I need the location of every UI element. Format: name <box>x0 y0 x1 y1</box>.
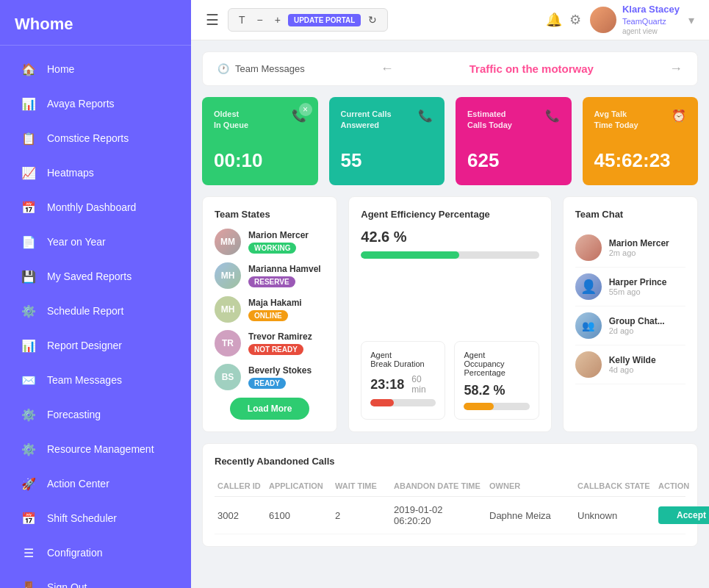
stat-card-current-calls-answered: Current Calls Answered 📞 55 <box>329 97 445 185</box>
sidebar-icon-team-messages: ✉️ <box>21 372 37 388</box>
sidebar-item-heatmaps[interactable]: 📈 Heatmaps <box>6 156 185 190</box>
chat-avatar: 👥 <box>575 312 602 339</box>
clock-icon: 🕐 <box>217 63 229 74</box>
sidebar-label-year-on-year: Year on Year <box>47 236 106 248</box>
sidebar-label-action-center: Action Center <box>47 478 109 490</box>
sidebar-item-monthly-dashboard[interactable]: 📅 Monthly Dashboard <box>6 190 185 224</box>
sidebar: Whome 🏠 Home 📊 Avaya Reports 📋 Comstice … <box>0 0 191 588</box>
marquee-text: Traffic on the motorway <box>469 62 594 75</box>
agent-avatar: BS <box>215 364 241 390</box>
chat-time: 2d ago <box>609 326 685 335</box>
sidebar-item-home[interactable]: 🏠 Home <box>6 52 185 86</box>
agent-row: TR Trevor Ramirez NOT READY <box>215 330 325 356</box>
chat-item[interactable]: 👥 Group Chat... 2d ago <box>575 306 685 345</box>
abandoned-title: Recently Abandoned Calls <box>215 456 685 467</box>
header-user[interactable]: Klara Stacey TeamQuartz agent view ▾ <box>590 4 694 36</box>
sidebar-item-schedule-report[interactable]: ⚙️ Schedule Report <box>6 294 185 328</box>
team-messages-label: Team Messages <box>235 63 305 74</box>
sidebar-label-avaya-reports: Avaya Reports <box>47 98 115 110</box>
team-messages-bar: 🕐 Team Messages ← Traffic on the motorwa… <box>202 51 698 86</box>
sidebar-item-my-saved-reports[interactable]: 💾 My Saved Reports <box>6 259 185 293</box>
occupancy-card: Agent Occupancy Percentage 58.2 % <box>454 341 539 420</box>
agent-row: MH Maja Hakami ONLINE <box>215 296 325 323</box>
sidebar-item-report-designer[interactable]: 📊 Report Designer <box>6 329 185 362</box>
minus-tool-button[interactable]: − <box>253 12 267 28</box>
main-area: ☰ T − + UPDATE PORTAL ↻ 🔔 ⚙ Klara Stacey… <box>191 0 709 588</box>
refresh-button[interactable]: ↻ <box>364 12 381 28</box>
chat-avatar: 👤 <box>575 273 602 300</box>
sidebar-item-resource-management[interactable]: ⚙️ Resource Management <box>6 432 185 466</box>
update-portal-button[interactable]: UPDATE PORTAL <box>288 14 361 26</box>
team-states-card: Team States MM Marion Mercer WORKING MH … <box>202 196 337 432</box>
sidebar-icon-monthly-dashboard: 📅 <box>21 199 37 215</box>
nav-left-icon[interactable]: ← <box>381 61 394 76</box>
chat-item[interactable]: Kelly Wilde 4d ago <box>575 345 685 384</box>
agent-avatar: TR <box>215 330 241 356</box>
agent-avatar: MH <box>215 262 241 289</box>
agent-name: Beverly Stokes <box>248 365 325 376</box>
agent-status: RESERVE <box>248 276 295 287</box>
agent-name: Marianna Hamvel <box>248 264 325 274</box>
sidebar-label-my-saved-reports: My Saved Reports <box>47 270 132 282</box>
header-icons: 🔔 ⚙ <box>546 12 581 28</box>
sidebar-label-heatmaps: Heatmaps <box>47 167 94 179</box>
sidebar-item-action-center[interactable]: 🚀 Action Center <box>6 467 185 501</box>
sidebar-item-year-on-year[interactable]: 📄 Year on Year <box>6 225 185 259</box>
table-header-cell: Callback State <box>577 481 658 490</box>
table-header: Caller IDApplicationWait TimeAbandon Dat… <box>215 476 685 497</box>
stat-icon-estimated-calls-today: 📞 <box>545 109 560 123</box>
sidebar-label-home: Home <box>47 63 74 75</box>
sidebar-label-configuration: Configration <box>47 547 103 559</box>
chevron-down-icon[interactable]: ▾ <box>688 13 694 27</box>
table-header-cell: Abandon Date Time <box>394 481 489 490</box>
stat-value-current-calls-answered: 55 <box>341 149 433 172</box>
table-header-cell: Wait Time <box>335 481 394 490</box>
stat-value-estimated-calls-today: 625 <box>467 149 560 172</box>
team-chat-card: Team Chat Marion Mercer 2m ago 👤 Harper … <box>563 196 698 432</box>
load-more-button[interactable]: Load More <box>230 398 310 420</box>
sidebar-icon-sign-out: 🚪 <box>21 579 37 588</box>
sidebar-item-configuration[interactable]: ☰ Configration <box>6 536 185 570</box>
nav-right-icon[interactable]: → <box>669 61 683 76</box>
sidebar-label-team-messages: Team Messages <box>47 374 122 386</box>
sidebar-icon-avaya-reports: 📊 <box>21 96 37 112</box>
chat-item[interactable]: Marion Mercer 2m ago <box>575 229 685 268</box>
avatar <box>590 7 616 33</box>
stat-icon-oldest-in-queue: 📞 <box>292 109 306 123</box>
hamburger-icon[interactable]: ☰ <box>206 11 219 29</box>
plus-tool-button[interactable]: + <box>270 12 285 28</box>
chat-time: 4d ago <box>609 365 685 374</box>
break-duration-title: Agent Break Duration <box>370 351 436 368</box>
chat-name: Kelly Wilde <box>609 355 685 365</box>
agent-status: READY <box>248 378 286 389</box>
settings-icon[interactable]: ⚙ <box>569 12 581 28</box>
sidebar-icon-my-saved-reports: 💾 <box>21 268 37 284</box>
agent-avatar: MH <box>215 296 241 323</box>
chat-item[interactable]: 👤 Harper Prince 55m ago <box>575 268 685 306</box>
notification-icon[interactable]: 🔔 <box>546 12 562 28</box>
sidebar-item-sign-out[interactable]: 🚪 Sign Out <box>6 570 185 588</box>
stat-title-current-calls-answered: Current Calls Answered <box>341 109 392 132</box>
table-header-cell: Application <box>269 481 335 490</box>
sidebar-item-shift-scheduler[interactable]: 📅 Shift Scheduler <box>6 501 185 535</box>
accept-button[interactable]: Accept <box>658 506 709 524</box>
team-chat-title: Team Chat <box>575 209 685 220</box>
agent-name: Marion Mercer <box>248 230 325 240</box>
caller-id: 3002 <box>217 510 269 521</box>
stat-icon-current-calls-answered: 📞 <box>418 109 433 123</box>
stat-icon-avg-talk-time: ⏰ <box>672 109 686 123</box>
sidebar-item-team-messages[interactable]: ✉️ Team Messages <box>6 363 185 397</box>
sidebar-label-resource-management: Resource Management <box>47 443 154 455</box>
table-header-cell: Action <box>658 481 709 490</box>
sidebar-icon-comstice-reports: 📋 <box>21 130 37 146</box>
sidebar-icon-year-on-year: 📄 <box>21 234 37 250</box>
chat-time: 2m ago <box>609 248 685 257</box>
sidebar-item-forecasting[interactable]: ⚙️ Forecasting <box>6 398 185 431</box>
sidebar-item-avaya-reports[interactable]: 📊 Avaya Reports <box>6 87 185 121</box>
text-tool-button[interactable]: T <box>234 12 250 28</box>
stats-row: × Oldest In Queue 📞 00:10 Current Calls … <box>202 97 698 185</box>
sidebar-icon-heatmaps: 📈 <box>21 165 37 181</box>
break-duration-card: Agent Break Duration 23:18 60 min <box>361 341 445 420</box>
sidebar-item-comstice-reports[interactable]: 📋 Comstice Reports <box>6 121 185 155</box>
sidebar-label-report-designer: Report Designer <box>47 340 122 351</box>
